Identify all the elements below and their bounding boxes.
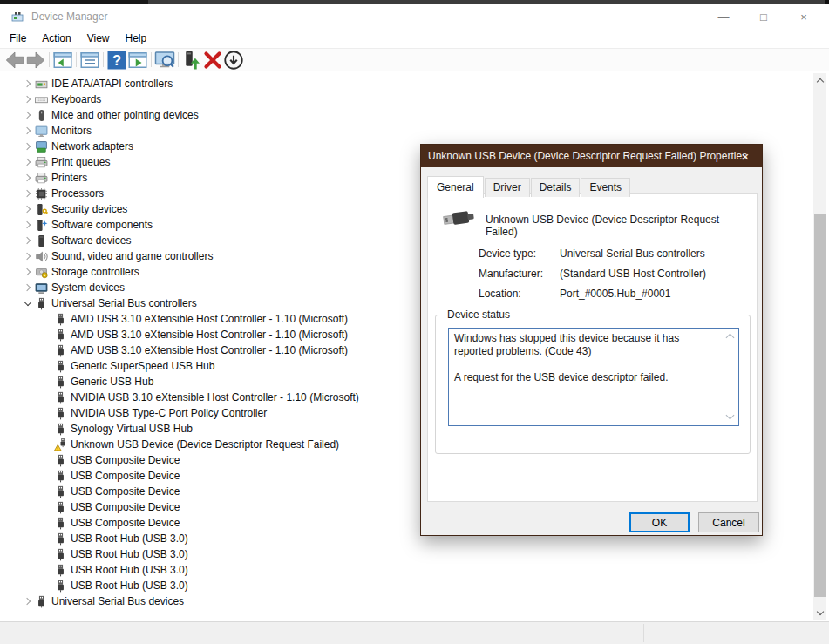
usb-plug-icon <box>442 207 477 229</box>
chevron-right-icon[interactable] <box>21 124 35 138</box>
dialog-title-bar[interactable]: Unknown USB Device (Device Descriptor Re… <box>421 145 762 167</box>
field-label: Location: <box>479 288 560 300</box>
scan-hardware-button[interactable] <box>154 50 175 70</box>
tree-item-label: Mice and other pointing devices <box>51 109 199 121</box>
tree-item[interactable]: Mice and other pointing devices <box>0 107 812 123</box>
console-tree-icon <box>52 50 73 71</box>
usb-icon <box>54 423 67 436</box>
menu-view[interactable]: View <box>79 31 118 46</box>
tree-item-label: USB Composite Device <box>71 454 180 466</box>
tree-item-label: Security devices <box>51 203 127 215</box>
minimize-button[interactable]: — <box>703 4 744 29</box>
forward-button[interactable] <box>25 50 46 70</box>
toolbar-separator <box>76 52 77 67</box>
tree-item[interactable]: USB Root Hub (USB 3.0) <box>0 578 812 593</box>
tree-item[interactable]: USB Root Hub (USB 3.0) <box>0 562 812 578</box>
chevron-right-icon[interactable] <box>21 202 35 216</box>
tree-item-label: USB Root Hub (USB 3.0) <box>71 580 188 592</box>
scrollbar-down-icon[interactable] <box>813 606 826 620</box>
tree-item-label: USB Root Hub (USB 3.0) <box>71 564 188 576</box>
status-bar-separator <box>758 624 758 642</box>
usb-icon <box>54 501 67 514</box>
usb-icon <box>54 470 67 483</box>
dialog-tabs: GeneralDriverDetailsEvents <box>427 178 631 197</box>
tree-item-label: Processors <box>51 187 104 200</box>
tree-item-label: System devices <box>51 281 125 294</box>
toolbar-separator <box>103 52 104 67</box>
chevron-right-icon[interactable] <box>21 171 35 185</box>
disable-icon <box>223 50 244 71</box>
cancel-button[interactable]: Cancel <box>698 512 759 532</box>
chevron-right-icon[interactable] <box>21 155 35 169</box>
device-manager-app-icon <box>10 10 24 24</box>
tree-item-label: Universal Serial Bus controllers <box>51 297 197 309</box>
tree-item-label: IDE ATA/ATAPI controllers <box>51 78 173 90</box>
properties-button[interactable] <box>79 50 100 70</box>
device-status-groupbox: Device status Windows has stopped this d… <box>435 315 751 454</box>
menu-file[interactable]: File <box>2 31 34 46</box>
chevron-right-icon[interactable] <box>21 594 35 608</box>
maximize-button[interactable]: □ <box>744 4 784 29</box>
uninstall-button[interactable] <box>202 50 223 70</box>
tree-item[interactable]: USB Root Hub (USB 3.0) <box>0 546 812 562</box>
tree-item[interactable]: Keyboards <box>0 92 812 107</box>
update-driver-button[interactable] <box>181 50 202 70</box>
tree-item-label: Printers <box>51 172 87 184</box>
tree-scrollbar[interactable] <box>813 73 826 620</box>
menu-action[interactable]: Action <box>34 31 78 46</box>
close-button[interactable]: × <box>784 4 824 29</box>
device-field-row: Location:Port_#0005.Hub_#0001 <box>479 288 706 300</box>
chevron-right-icon[interactable] <box>21 249 35 263</box>
chevron-right-icon[interactable] <box>21 186 35 200</box>
usb-icon <box>54 344 67 357</box>
ide-icon <box>35 78 48 91</box>
scrollbar-thumb[interactable] <box>814 214 826 597</box>
scrollbar-up-icon[interactable] <box>813 73 826 88</box>
chevron-right-icon[interactable] <box>21 218 35 232</box>
chevron-right-icon[interactable] <box>21 77 35 91</box>
tab-details[interactable]: Details <box>531 178 581 197</box>
action-pane-button[interactable] <box>127 50 148 70</box>
field-value: Universal Serial Bus controllers <box>560 247 705 260</box>
menu-help[interactable]: Help <box>118 31 155 46</box>
ok-button[interactable]: OK <box>629 512 690 532</box>
chevron-right-icon[interactable] <box>21 281 35 295</box>
keyboard-icon <box>35 93 48 106</box>
tab-general[interactable]: General <box>427 176 484 198</box>
update-driver-icon <box>181 50 202 71</box>
tree-item-label: NVIDIA USB Type-C Port Policy Controller <box>71 407 267 419</box>
chevron-down-icon[interactable] <box>21 296 35 310</box>
disable-button[interactable] <box>223 50 244 70</box>
chevron-right-icon[interactable] <box>21 234 35 247</box>
help-button[interactable]: ? <box>106 50 127 70</box>
tree-item-label: Sound, video and game controllers <box>51 250 213 262</box>
usb-icon <box>54 407 67 420</box>
status-bar <box>0 621 829 644</box>
tree-item[interactable]: Universal Serial Bus devices <box>0 593 812 609</box>
tree-item-label: Monitors <box>51 125 92 137</box>
chevron-right-icon[interactable] <box>21 265 35 279</box>
tab-events[interactable]: Events <box>581 178 630 197</box>
sound-icon <box>35 250 48 263</box>
window-controls: — □ × <box>703 4 824 29</box>
chevron-right-icon[interactable] <box>21 108 35 122</box>
back-button[interactable] <box>4 50 25 70</box>
device-header: Unknown USB Device (Device Descriptor Re… <box>442 207 747 238</box>
general-tab-page: Unknown USB Device (Device Descriptor Re… <box>427 193 758 502</box>
chevron-right-icon[interactable] <box>21 92 35 106</box>
tree-item[interactable]: Monitors <box>0 123 812 139</box>
software-components-icon <box>35 219 48 232</box>
forward-icon <box>25 50 46 71</box>
console-tree-button[interactable] <box>52 50 73 70</box>
tree-item-label: USB Composite Device <box>71 485 180 498</box>
tab-driver[interactable]: Driver <box>485 178 530 197</box>
printer-icon <box>35 172 48 185</box>
device-status-text[interactable]: Windows has stopped this device because … <box>448 328 739 426</box>
usb-icon <box>54 517 67 530</box>
dialog-close-icon[interactable]: × <box>729 145 762 167</box>
toolbar-separator <box>49 52 50 67</box>
tree-item[interactable]: IDE ATA/ATAPI controllers <box>0 76 812 92</box>
chevron-right-icon[interactable] <box>21 139 35 153</box>
tree-item-label: Universal Serial Bus devices <box>51 595 184 607</box>
usb-warning-icon <box>54 438 67 451</box>
